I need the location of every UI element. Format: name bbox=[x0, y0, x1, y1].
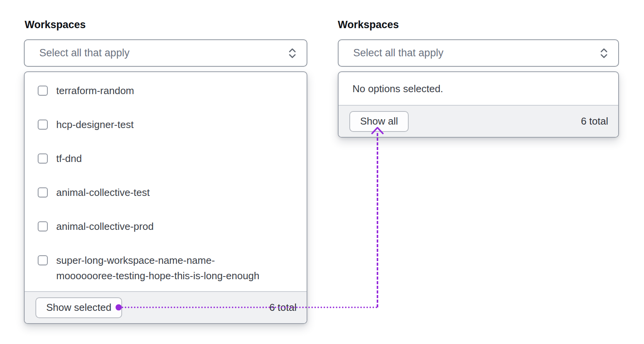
show-all-button[interactable]: Show all bbox=[349, 111, 409, 132]
option-label: hcp-designer-test bbox=[56, 117, 134, 132]
left-select-placeholder: Select all that apply bbox=[39, 47, 129, 59]
checkbox-unchecked[interactable] bbox=[38, 86, 48, 96]
no-options-message: No options selected. bbox=[339, 72, 618, 106]
checkbox-unchecked[interactable] bbox=[38, 221, 48, 231]
right-field-label: Workspaces bbox=[338, 19, 399, 31]
screenshot-root: Workspaces Select all that apply terrafo… bbox=[0, 0, 644, 344]
checkbox-unchecked[interactable] bbox=[38, 255, 48, 265]
checkbox-unchecked[interactable] bbox=[38, 187, 48, 197]
left-options-panel: terraform-random hcp-designer-test tf-dn… bbox=[24, 71, 307, 324]
right-total-count: 6 total bbox=[581, 115, 608, 127]
option-row-animal-collective-prod[interactable]: animal-collective-prod bbox=[38, 209, 297, 243]
option-label: animal-collective-prod bbox=[56, 219, 154, 234]
option-row-hcp-designer-test[interactable]: hcp-designer-test bbox=[38, 108, 297, 142]
connector-vertical-line bbox=[377, 133, 378, 307]
right-select-trigger[interactable]: Select all that apply bbox=[338, 39, 619, 67]
option-label: animal-collective-test bbox=[56, 185, 150, 200]
unfold-chevrons-icon bbox=[287, 47, 297, 59]
checkbox-unchecked[interactable] bbox=[38, 120, 48, 130]
option-row-animal-collective-test[interactable]: animal-collective-test bbox=[38, 175, 297, 209]
option-row-tf-dnd[interactable]: tf-dnd bbox=[38, 142, 297, 175]
left-select-trigger[interactable]: Select all that apply bbox=[24, 39, 307, 67]
unfold-chevrons-icon bbox=[599, 47, 609, 59]
right-panel-footer: Show all 6 total bbox=[339, 105, 618, 137]
left-total-count: 6 total bbox=[269, 302, 297, 314]
option-label: tf-dnd bbox=[56, 151, 82, 166]
right-selected-panel: No options selected. Show all 6 total bbox=[338, 71, 619, 138]
left-field-label: Workspaces bbox=[25, 19, 86, 31]
option-row-terraform-random[interactable]: terraform-random bbox=[38, 74, 297, 108]
option-label: super-long-workspace-name-name- moooooor… bbox=[56, 253, 260, 283]
workspace-options-list: terraform-random hcp-designer-test tf-dn… bbox=[25, 72, 307, 293]
option-label: terraform-random bbox=[56, 83, 134, 98]
left-panel-footer: Show selected 6 total bbox=[25, 291, 307, 323]
show-selected-button[interactable]: Show selected bbox=[35, 297, 122, 318]
checkbox-unchecked[interactable] bbox=[38, 153, 48, 164]
right-select-placeholder: Select all that apply bbox=[353, 47, 443, 59]
option-row-super-long-workspace[interactable]: super-long-workspace-name-name- moooooor… bbox=[38, 243, 297, 293]
